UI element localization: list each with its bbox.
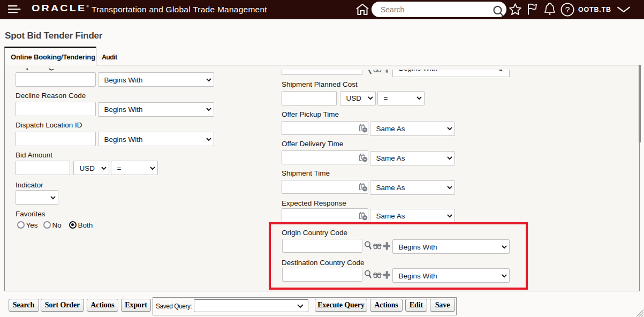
svg-text:?: ? xyxy=(565,5,570,14)
